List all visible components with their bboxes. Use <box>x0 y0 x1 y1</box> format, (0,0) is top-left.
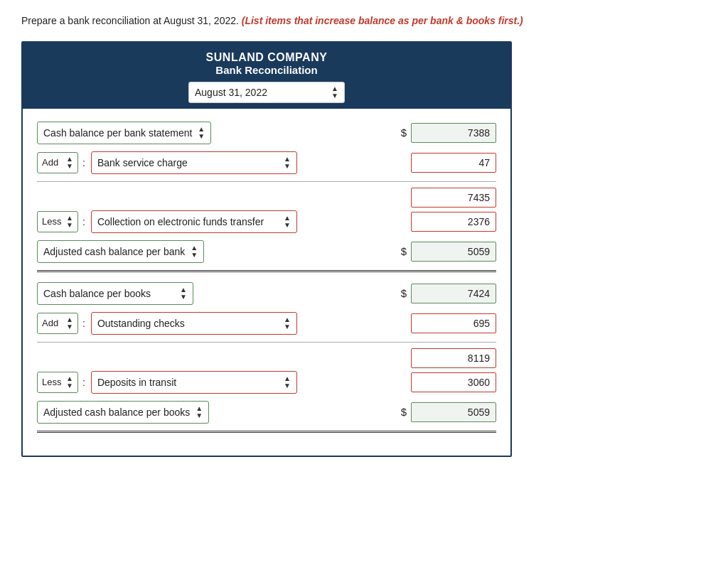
bank-subtotal-separator <box>37 181 496 182</box>
date-arrows-icon: ▲▼ <box>331 85 338 99</box>
books-add-modifier-select[interactable]: Add ▲▼ <box>37 313 78 334</box>
books-cash-balance-arrows-icon: ▲▼ <box>180 286 187 301</box>
bank-add-colon: : <box>82 157 85 168</box>
bank-dollar-sign: $ <box>401 127 407 139</box>
books-cash-balance-row: Cash balance per books ▲▼ $ 7424 <box>37 282 496 305</box>
bank-less-colon: : <box>82 216 85 227</box>
books-section-separator <box>37 431 496 433</box>
bank-add-item-arrows-icon: ▲▼ <box>284 156 291 170</box>
bank-less-item-select[interactable]: Collection on electronic funds transfer … <box>91 210 297 233</box>
table-header: SUNLAND COMPANY Bank Reconciliation Augu… <box>23 43 510 109</box>
bank-subtotal-value[interactable]: 7435 <box>411 188 496 208</box>
table-body: Cash balance per bank statement ▲▼ $ 738… <box>23 109 510 456</box>
doc-title: Bank Reconciliation <box>30 64 503 76</box>
bank-cash-balance-select[interactable]: Cash balance per bank statement ▲▼ <box>37 122 211 144</box>
books-adjusted-select[interactable]: Adjusted cash balance per books ▲▼ <box>37 401 209 424</box>
bank-add-row: Add ▲▼ : Bank service charge ▲▼ 47 <box>37 151 496 174</box>
books-less-item-arrows-icon: ▲▼ <box>284 375 291 389</box>
books-less-arrows-icon: ▲▼ <box>66 375 73 389</box>
books-less-item-value[interactable]: 3060 <box>411 372 496 392</box>
bank-less-item-arrows-icon: ▲▼ <box>284 215 291 229</box>
instruction-text: Prepare a bank reconciliation at August … <box>21 14 707 28</box>
reconciliation-table: SUNLAND COMPANY Bank Reconciliation Augu… <box>21 41 512 457</box>
books-add-arrows-icon: ▲▼ <box>66 316 73 330</box>
bank-section-separator <box>37 270 496 272</box>
books-add-item-select[interactable]: Outstanding checks ▲▼ <box>91 312 297 335</box>
bank-less-arrows-icon: ▲▼ <box>66 215 73 229</box>
books-adjusted-value[interactable]: 5059 <box>411 402 496 422</box>
books-add-colon: : <box>82 318 85 329</box>
date-select[interactable]: August 31, 2022 ▲▼ <box>188 82 345 103</box>
books-less-row: Less ▲▼ : Deposits in transit ▲▼ 3060 <box>37 371 496 394</box>
bank-add-arrows-icon: ▲▼ <box>66 156 73 170</box>
bank-cash-balance-arrows-icon: ▲▼ <box>198 126 205 140</box>
bank-add-item-select[interactable]: Bank service charge ▲▼ <box>91 151 297 174</box>
books-less-item-select[interactable]: Deposits in transit ▲▼ <box>91 371 297 394</box>
bank-subtotal-row: 7435 <box>37 188 496 208</box>
books-add-row: Add ▲▼ : Outstanding checks ▲▼ 695 <box>37 312 496 335</box>
books-add-item-arrows-icon: ▲▼ <box>284 316 291 330</box>
books-add-item-value[interactable]: 695 <box>411 313 496 333</box>
books-subtotal-separator <box>37 342 496 343</box>
bank-cash-balance-row: Cash balance per bank statement ▲▼ $ 738… <box>37 122 496 144</box>
books-adjusted-dollar: $ <box>401 406 407 418</box>
bank-less-modifier-select[interactable]: Less ▲▼ <box>37 211 78 232</box>
books-less-modifier-select[interactable]: Less ▲▼ <box>37 372 78 393</box>
bank-adjusted-arrows-icon: ▲▼ <box>191 244 198 259</box>
bank-adjusted-row: Adjusted cash balance per bank ▲▼ $ 5059 <box>37 240 496 263</box>
bank-less-row: Less ▲▼ : Collection on electronic funds… <box>37 210 496 233</box>
books-cash-balance-value[interactable]: 7424 <box>411 284 496 303</box>
books-less-colon: : <box>82 377 85 388</box>
bank-add-item-value[interactable]: 47 <box>411 153 496 173</box>
books-adjusted-row: Adjusted cash balance per books ▲▼ $ 505… <box>37 401 496 424</box>
bank-cash-balance-value[interactable]: 7388 <box>411 123 496 143</box>
bank-add-modifier-select[interactable]: Add ▲▼ <box>37 152 78 173</box>
books-cash-balance-select[interactable]: Cash balance per books ▲▼ <box>37 282 193 305</box>
books-subtotal-row: 8119 <box>37 348 496 368</box>
bank-adjusted-value[interactable]: 5059 <box>411 242 496 262</box>
company-name: SUNLAND COMPANY <box>30 51 503 64</box>
books-adjusted-arrows-icon: ▲▼ <box>196 405 203 419</box>
books-subtotal-value[interactable]: 8119 <box>411 348 496 368</box>
books-dollar-sign: $ <box>401 287 407 299</box>
bank-less-item-value[interactable]: 2376 <box>411 212 496 232</box>
bank-adjusted-dollar: $ <box>401 245 407 257</box>
bank-adjusted-select[interactable]: Adjusted cash balance per bank ▲▼ <box>37 240 204 263</box>
